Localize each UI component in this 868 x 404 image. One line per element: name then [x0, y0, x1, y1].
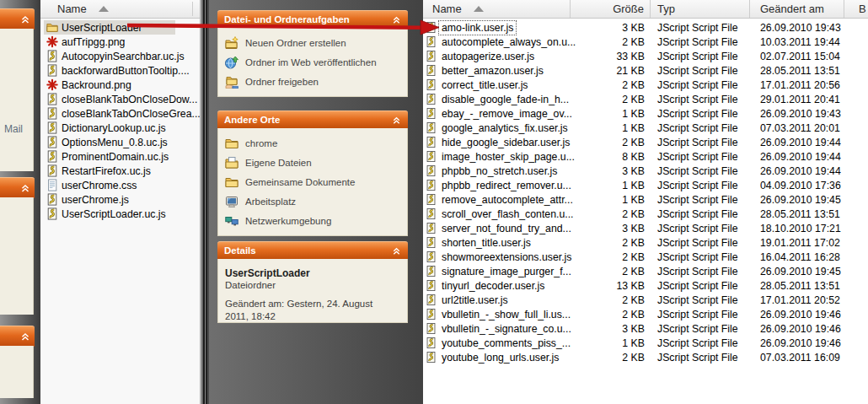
- left-file-row[interactable]: userChrome.js: [40, 192, 200, 207]
- task-pane-item[interactable]: Gemeinsame Dokumente: [225, 172, 400, 191]
- cropped-column-header[interactable]: B: [844, 0, 868, 18]
- right-file-row[interactable]: youtube_comments_piss_... 1 KB JScript S…: [423, 336, 868, 350]
- type-column-header[interactable]: Typ: [651, 0, 750, 18]
- right-file-row[interactable]: hide_google_sidebar.user.js 2 KB JScript…: [423, 135, 868, 149]
- right-file-row[interactable]: server_not_found_try_and... 3 KB JScript…: [423, 221, 868, 235]
- other-places-title: Andere Orte: [224, 115, 280, 125]
- task-pane-item[interactable]: Arbeitsplatz: [225, 191, 400, 211]
- right-file-row[interactable]: autocomplete_always_on.u... 2 KB JScript…: [423, 35, 868, 49]
- right-file-row[interactable]: vbulletin_-_signature_co.u... 3 KB JScri…: [423, 321, 868, 336]
- right-file-row[interactable]: signature_image_purger_f... 2 KB JScript…: [423, 264, 868, 278]
- task-pane-item[interactable]: Netzwerkumgebung: [225, 211, 400, 230]
- file-name-cell: better_amazon.user.js: [423, 64, 571, 78]
- right-file-row[interactable]: scroll_over_flash_conten.u... 2 KB JScri…: [423, 207, 868, 221]
- collapsed-panel-header-1[interactable]: [0, 8, 35, 30]
- task-item-label: Netzwerkumgebung: [245, 216, 331, 226]
- file-name-cell: closeBlankTabOnCloseGrea...: [44, 106, 203, 121]
- name-column-header[interactable]: Name: [423, 0, 571, 18]
- file-type-cell: JScript Script File: [651, 79, 750, 91]
- left-file-row[interactable]: UserScriptLoader: [40, 20, 200, 35]
- file-type-icon: [46, 21, 58, 34]
- task-pane-item[interactable]: Ordner freigeben: [225, 72, 400, 91]
- right-file-row[interactable]: ebay_-_remove_image_ov... 1 KB JScript S…: [423, 106, 868, 121]
- right-file-row[interactable]: better_amazon.user.js 21 KB JScript Scri…: [423, 63, 868, 78]
- task-pane-item[interactable]: Neuen Ordner erstellen: [225, 33, 400, 52]
- left-file-row[interactable]: ProminentDomain.uc.js: [40, 149, 200, 164]
- size-column-header[interactable]: Größe: [571, 0, 651, 18]
- name-column-label: Name: [432, 3, 462, 15]
- task-pane-item[interactable]: chrome: [225, 133, 400, 153]
- details-body: UserScriptLoader Dateiordner Geändert am…: [217, 259, 408, 323]
- task-item-icon: [225, 175, 238, 189]
- file-modified-cell: 26.09.2010 19:45: [750, 266, 844, 277]
- file-name-cell: correct_title.user.js: [423, 78, 571, 92]
- left-file-row[interactable]: Backround.png: [40, 78, 200, 92]
- file-name-cell: userChrome.js: [44, 192, 131, 207]
- file-name-cell: phpbb_redirect_remover.u...: [423, 179, 571, 192]
- right-file-row[interactable]: showmoreextensions.user.js 2 KB JScript …: [423, 250, 868, 264]
- file-name-label: phpbb_no_stretch.user.js: [439, 164, 560, 178]
- task-item-mail-partial[interactable]: Mail: [4, 123, 23, 135]
- right-file-row[interactable]: image_hoster_skip_page.u... 8 KB JScript…: [423, 149, 868, 164]
- file-name-label: aufTripgg.png: [62, 36, 125, 48]
- left-file-row[interactable]: DictionaryLookup.uc.js: [40, 121, 200, 135]
- left-file-row[interactable]: AutocopyinSearchbar.uc.js: [40, 49, 200, 63]
- right-file-row[interactable]: autopagerize.user.js 33 KB JScript Scrip…: [423, 49, 868, 63]
- file-name-label: ebay_-_remove_image_ov...: [439, 107, 575, 121]
- collapsed-panel-header-2[interactable]: [0, 177, 35, 198]
- file-name-cell: scroll_over_flash_conten.u...: [423, 207, 571, 221]
- right-file-row[interactable]: disable_google_fade-in_h... 2 KB JScript…: [423, 92, 868, 106]
- file-type-icon: [426, 164, 437, 177]
- file-name-label: youtube_long_urls.user.js: [439, 351, 561, 364]
- task-pane-item[interactable]: Eigene Dateien: [225, 153, 400, 172]
- file-name-cell: autocomplete_always_on.u...: [423, 35, 571, 49]
- right-file-row[interactable]: phpbb_no_stretch.user.js 3 KB JScript Sc…: [423, 164, 868, 178]
- right-file-row[interactable]: remove_autocomplete_attr... 1 KB JScript…: [423, 192, 868, 207]
- file-size-cell: 8 KB: [571, 151, 651, 163]
- file-folder-tasks-header[interactable]: Datei- und Ordneraufgaben: [217, 10, 408, 28]
- task-item-label: Arbeitsplatz: [245, 197, 296, 207]
- task-pane-item[interactable]: Ordner im Web veröffentlichen: [225, 52, 400, 72]
- file-type-icon: [426, 351, 437, 364]
- left-file-row[interactable]: closeBlankTabOnCloseDow...: [40, 92, 200, 106]
- chevron-double-up-icon: [20, 183, 30, 193]
- left-file-row[interactable]: UserScriptLoader.uc.js: [40, 207, 200, 221]
- right-file-row[interactable]: correct_title.user.js 2 KB JScript Scrip…: [423, 78, 868, 92]
- file-name-cell: hide_google_sidebar.user.js: [423, 136, 571, 149]
- left-file-window: Name UserScriptLoader aufTripgg.png Auto…: [40, 0, 200, 404]
- chevron-double-up-icon: [20, 331, 30, 342]
- file-type-cell: JScript Script File: [651, 51, 750, 62]
- file-name-label: hide_google_sidebar.user.js: [439, 136, 572, 149]
- column-separator[interactable]: [192, 2, 193, 16]
- right-file-row[interactable]: google_analytics_fix.user.js 1 KB JScrip…: [423, 121, 868, 135]
- task-item-label: Gemeinsame Dokumente: [245, 177, 355, 187]
- right-file-row[interactable]: youtube_long_urls.user.js 2 KB JScript S…: [423, 350, 868, 364]
- right-file-row[interactable]: shorten_title.user.js 2 KB JScript Scrip…: [423, 235, 868, 250]
- file-modified-cell: 26.09.2010 19:46: [750, 337, 844, 349]
- modified-column-header[interactable]: Geändert am: [750, 0, 844, 18]
- file-type-icon: [426, 107, 437, 120]
- other-places-header[interactable]: Andere Orte: [217, 110, 408, 128]
- left-file-row[interactable]: closeBlankTabOnCloseGrea...: [40, 106, 200, 121]
- file-modified-cell: 26.09.2010 19:44: [750, 165, 844, 177]
- details-item-name: UserScriptLoader: [225, 264, 400, 279]
- left-file-row[interactable]: RestartFirefox.uc.js: [40, 164, 200, 178]
- collapsed-panel-header-3[interactable]: [0, 326, 35, 347]
- left-name-column-header[interactable]: Name: [40, 0, 200, 18]
- file-name-label: server_not_found_try_and...: [439, 222, 574, 235]
- right-file-row[interactable]: amo-link.user.js 3 KB JScript Script Fil…: [423, 20, 868, 35]
- right-file-row[interactable]: url2title.user.js 2 KB JScript Script Fi…: [423, 293, 868, 307]
- file-name-label: RestartFirefox.uc.js: [62, 165, 151, 177]
- left-file-row[interactable]: OptionsMenu_0.8.uc.js: [40, 135, 200, 149]
- right-file-row[interactable]: phpbb_redirect_remover.u... 1 KB JScript…: [423, 178, 868, 192]
- file-name-label: vbulletin_-_signature_co.u...: [439, 322, 574, 336]
- left-file-row[interactable]: backforwardButtonTooltip....: [40, 63, 200, 78]
- file-name-label: userChrome.js: [62, 194, 129, 206]
- left-file-row[interactable]: userChrome.css: [40, 178, 200, 192]
- details-header[interactable]: Details: [217, 241, 408, 259]
- file-name-label: signature_image_purger_f...: [439, 265, 574, 278]
- right-file-row[interactable]: vbulletin_-_show_full_li.us... 2 KB JScr…: [423, 307, 868, 321]
- left-file-row[interactable]: aufTripgg.png: [40, 35, 200, 49]
- panel-body-3: [0, 346, 34, 398]
- right-file-row[interactable]: tinyurl_decoder.user.js 13 KB JScript Sc…: [423, 278, 868, 293]
